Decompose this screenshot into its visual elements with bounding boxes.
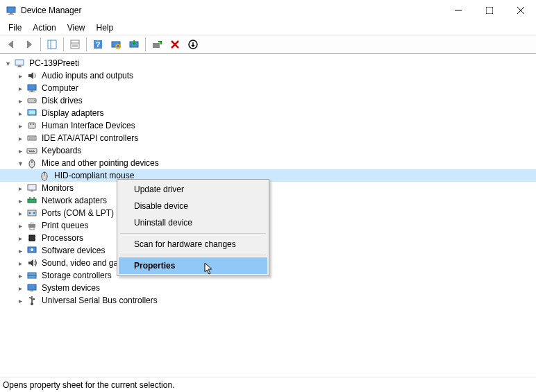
svg-point-64 <box>31 248 33 251</box>
tree-category[interactable]: ▸Human Interface Devices <box>0 119 536 132</box>
tree-category-label: Keyboards <box>40 146 83 155</box>
context-menu-item[interactable]: Scan for hardware changes <box>119 236 267 253</box>
tree-category[interactable]: ▸Disk drives <box>0 94 536 107</box>
tree-category[interactable]: ▸Universal Serial Bus controllers <box>0 294 536 307</box>
properties-button[interactable] <box>67 36 83 53</box>
expand-icon[interactable]: ▸ <box>15 133 25 143</box>
context-menu-separator <box>120 233 266 234</box>
svg-rect-65 <box>28 273 36 275</box>
expand-icon[interactable]: ▸ <box>15 196 25 205</box>
svg-rect-25 <box>28 85 36 90</box>
menu-file[interactable]: File <box>3 22 27 34</box>
tree-category-label: Mice and other pointing devices <box>40 158 160 168</box>
mouse-icon <box>39 170 50 181</box>
tree-category[interactable]: ▸Display adapters <box>0 107 536 119</box>
context-menu-item[interactable]: Uninstall device <box>119 214 267 231</box>
svg-rect-49 <box>28 199 36 203</box>
uninstall-device-button[interactable] <box>167 36 183 53</box>
svg-rect-48 <box>31 190 33 191</box>
tree-category-label: Audio inputs and outputs <box>40 71 135 80</box>
svg-rect-18 <box>153 43 160 48</box>
svg-point-33 <box>30 123 31 125</box>
tree-category[interactable]: ▸Keyboards <box>0 144 536 157</box>
expand-icon[interactable]: ▸ <box>15 258 25 268</box>
tree-category-label: Storage controllers <box>40 271 113 280</box>
menu-action[interactable]: Action <box>27 22 61 34</box>
svg-point-34 <box>33 123 34 125</box>
svg-rect-40 <box>31 150 32 151</box>
tree-category-label: Software devices <box>40 246 106 255</box>
context-menu-separator <box>120 255 266 255</box>
processor-icon <box>26 232 37 244</box>
statusbar-text: Opens property sheet for the current sel… <box>3 380 174 390</box>
scan-for-changes-button[interactable] <box>185 36 201 53</box>
maximize-button[interactable] <box>474 0 505 21</box>
toolbar-separator <box>40 37 41 51</box>
svg-rect-47 <box>28 185 36 190</box>
svg-point-54 <box>33 212 35 214</box>
tree-category-label: Computer <box>40 83 80 93</box>
context-menu-item[interactable]: Update driver <box>119 181 267 198</box>
tree-category-label: Human Interface Devices <box>40 121 137 130</box>
expand-icon[interactable]: ▸ <box>15 271 25 280</box>
display-icon <box>26 108 37 119</box>
expand-icon[interactable]: ▸ <box>15 296 25 305</box>
context-menu-item[interactable]: Properties <box>119 257 267 274</box>
svg-text:?: ? <box>96 40 101 49</box>
expand-icon[interactable]: ▸ <box>15 246 25 255</box>
svg-rect-2 <box>8 14 14 15</box>
expand-icon[interactable]: ▸ <box>15 283 25 293</box>
tree-category[interactable]: ▸IDE ATA/ATAPI controllers <box>0 132 536 144</box>
tree-root[interactable]: ▾ PC-139Preeti <box>0 57 536 69</box>
expand-icon[interactable]: ▸ <box>15 121 25 130</box>
tree-category-label: System devices <box>40 283 101 293</box>
sound-icon <box>26 257 37 269</box>
expand-icon[interactable]: ▸ <box>15 146 25 155</box>
expand-icon[interactable]: ▸ <box>15 96 25 105</box>
svg-rect-38 <box>27 148 37 153</box>
system-icon <box>26 282 37 293</box>
minimize-button[interactable] <box>442 0 474 21</box>
tree-category[interactable]: ▸System devices <box>0 282 536 294</box>
expand-icon[interactable]: ▸ <box>15 83 25 93</box>
tree-category-label: Network adapters <box>40 196 108 205</box>
svg-rect-66 <box>28 275 36 278</box>
svg-rect-55 <box>28 224 35 228</box>
forward-button[interactable] <box>21 36 37 53</box>
expand-icon[interactable]: ▸ <box>15 108 25 118</box>
scan-hardware-button[interactable] <box>108 36 124 53</box>
svg-point-71 <box>29 297 31 298</box>
menu-help[interactable]: Help <box>91 22 119 34</box>
collapse-icon[interactable]: ▾ <box>15 158 25 168</box>
context-menu-item[interactable]: Disable device <box>119 198 267 214</box>
svg-point-29 <box>34 100 35 101</box>
svg-rect-67 <box>28 284 36 290</box>
expand-icon[interactable]: ▸ <box>15 221 25 230</box>
svg-rect-32 <box>28 123 35 128</box>
tree-category[interactable]: ▾Mice and other pointing devices <box>0 157 536 169</box>
network-icon <box>26 195 37 206</box>
expand-placeholder <box>28 171 37 180</box>
enable-device-button[interactable] <box>149 36 165 53</box>
expand-icon[interactable]: ▸ <box>15 71 25 80</box>
statusbar: Opens property sheet for the current sel… <box>0 377 536 392</box>
menu-view[interactable]: View <box>62 22 91 34</box>
svg-rect-7 <box>48 40 56 49</box>
collapse-icon[interactable]: ▾ <box>3 58 12 68</box>
monitor-icon <box>26 182 37 194</box>
update-driver-button[interactable] <box>126 36 142 53</box>
svg-rect-68 <box>31 290 33 291</box>
expand-icon[interactable]: ▸ <box>15 208 25 218</box>
help-button[interactable]: ? <box>90 36 106 53</box>
expand-icon[interactable]: ▸ <box>15 233 25 243</box>
show-hide-console-tree-button[interactable] <box>44 36 60 53</box>
close-button[interactable] <box>505 0 536 21</box>
svg-rect-42 <box>29 151 35 152</box>
hid-icon <box>26 120 37 131</box>
back-button[interactable] <box>3 36 19 53</box>
tree-category[interactable]: ▸Audio inputs and outputs <box>0 69 536 82</box>
tree-category[interactable]: ▸Computer <box>0 82 536 94</box>
expand-icon[interactable]: ▸ <box>15 183 25 193</box>
svg-rect-26 <box>31 90 33 92</box>
tree-category-label: Disk drives <box>40 96 84 105</box>
